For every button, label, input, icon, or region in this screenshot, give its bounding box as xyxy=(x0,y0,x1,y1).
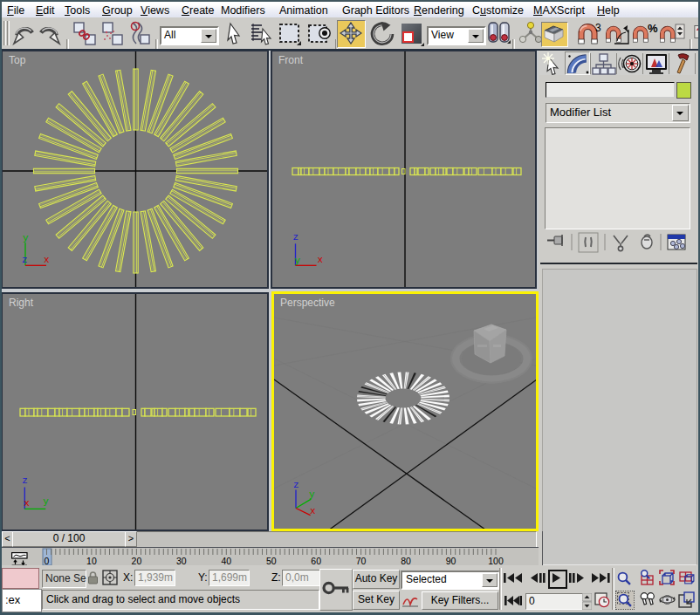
svg-text:y: y xyxy=(309,489,315,500)
svg-text:y: y xyxy=(23,233,29,243)
svg-text:x: x xyxy=(310,506,316,516)
svg-text:z: z xyxy=(22,255,28,265)
svg-text:x: x xyxy=(44,255,50,265)
svg-text:y: y xyxy=(43,496,49,507)
svg-text:x: x xyxy=(24,498,30,509)
svg-text:x: x xyxy=(318,255,324,265)
svg-text:z: z xyxy=(22,475,28,486)
svg-text:y: y xyxy=(295,256,301,266)
svg-text:z: z xyxy=(293,480,299,490)
svg-text:3: 3 xyxy=(595,23,601,34)
svg-text:%: % xyxy=(648,23,658,35)
svg-text:z: z xyxy=(293,232,299,243)
